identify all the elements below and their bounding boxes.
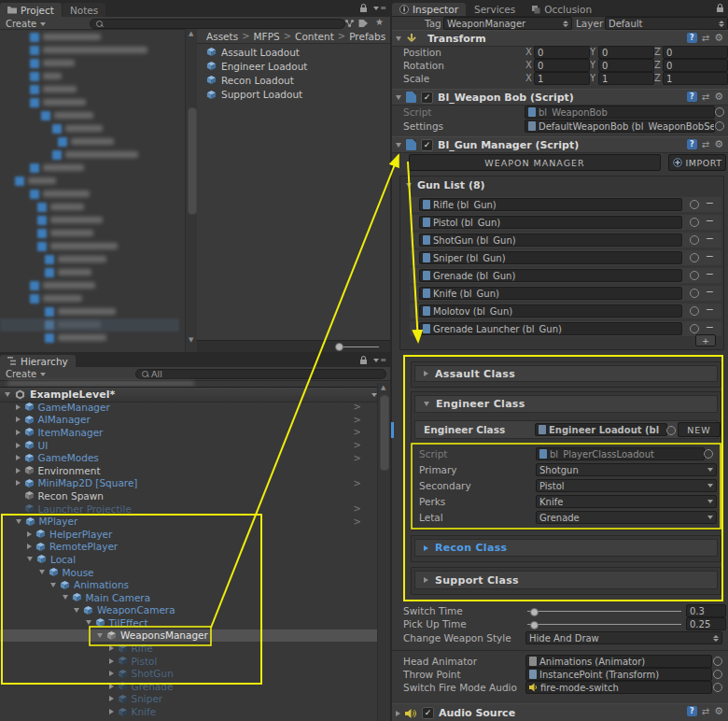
foldout-arrow[interactable]: [396, 95, 401, 100]
foldout-arrow[interactable]: [396, 143, 401, 148]
foldout-arrow[interactable]: [109, 671, 114, 676]
project-tree-row[interactable]: [0, 122, 185, 135]
enabled-checkbox[interactable]: ✓: [421, 139, 433, 151]
support-class-foldout[interactable]: Support Class: [414, 571, 718, 589]
object-picker-icon[interactable]: [713, 657, 722, 666]
secondary-dropdown[interactable]: Pistol: [536, 479, 717, 492]
remove-gun-button[interactable]: −: [706, 321, 714, 334]
prefab-chevron-icon[interactable]: >: [354, 453, 361, 463]
hierarchy-row[interactable]: HelperPlayer: [0, 528, 378, 541]
hierarchy-row[interactable]: Mouse: [0, 566, 378, 579]
project-tree-row[interactable]: [0, 253, 185, 266]
project-tree-row[interactable]: [0, 279, 185, 292]
tab-services[interactable]: Services: [467, 3, 523, 16]
foldout-arrow[interactable]: [39, 570, 45, 574]
project-tree-row[interactable]: [0, 83, 185, 96]
foldout-arrow[interactable]: [16, 468, 21, 474]
foldout-arrow[interactable]: [109, 658, 114, 664]
object-picker-icon[interactable]: [713, 683, 722, 692]
tab-inspector[interactable]: Inspector: [392, 3, 466, 16]
project-tree-row[interactable]: [0, 227, 185, 240]
foldout-arrow[interactable]: [27, 557, 33, 561]
hierarchy-row[interactable]: RemotePlayer: [0, 541, 378, 554]
gear-icon[interactable]: ⚙: [714, 92, 723, 102]
prefab-chevron-icon[interactable]: >: [354, 402, 361, 412]
foldout-arrow[interactable]: [424, 545, 428, 551]
object-picker-icon[interactable]: [715, 121, 724, 131]
settings-object-field[interactable]: DefaultWeaponBob (bl_WeaponBobSe: [525, 120, 715, 133]
script-object-field[interactable]: bl_WeaponBob: [525, 106, 715, 119]
project-tree-row[interactable]: [0, 175, 185, 188]
project-tree-row[interactable]: [0, 44, 185, 57]
hierarchy-row[interactable]: ShotGun: [0, 667, 378, 680]
object-picker-icon[interactable]: [713, 670, 722, 679]
hierarchy-row[interactable]: Local: [0, 553, 378, 566]
foldout-arrow[interactable]: [424, 402, 429, 406]
layer-dropdown[interactable]: Default: [605, 17, 728, 30]
hierarchy-row[interactable]: Launcher Projectile>: [0, 502, 378, 516]
hierarchy-row[interactable]: Knife: [0, 705, 378, 718]
slider-thumb[interactable]: [530, 608, 539, 616]
asset-item[interactable]: Support Loadout: [197, 88, 390, 102]
hierarchy-row[interactable]: MiniMap2D [Square]>: [0, 477, 378, 490]
gear-icon[interactable]: ⚙: [714, 706, 723, 716]
rotation-x-field[interactable]: 0: [534, 59, 590, 72]
prefab-chevron-icon[interactable]: >: [354, 516, 361, 527]
gun-object-field[interactable]: Sniper (bl_Gun): [419, 251, 682, 264]
fire-mode-audio-field[interactable]: fire-mode-switch: [525, 681, 712, 694]
project-tree-row[interactable]: [0, 70, 185, 83]
scrollbar-thumb[interactable]: [188, 107, 197, 215]
hierarchy-row[interactable]: Recon Spawn: [0, 489, 378, 502]
panel-menu-icon[interactable]: ≡: [373, 356, 386, 364]
throw-point-field[interactable]: InstancePoint (Transform): [525, 668, 712, 681]
create-button[interactable]: Create: [6, 19, 46, 29]
project-tree-row[interactable]: [0, 96, 185, 109]
foldout-arrow[interactable]: [16, 443, 21, 448]
foldout-arrow[interactable]: [27, 531, 32, 537]
foldout-arrow[interactable]: [396, 711, 400, 716]
project-tree-row[interactable]: [0, 31, 185, 44]
remove-gun-button[interactable]: −: [706, 268, 714, 281]
hierarchy-row[interactable]: Sniper: [0, 693, 378, 706]
gun-object-field[interactable]: Grenade Launcher (bl_Gun): [419, 322, 682, 335]
gun-object-field[interactable]: Rifle (bl_Gun): [419, 198, 682, 211]
foldout-arrow[interactable]: [16, 430, 21, 435]
object-picker-icon[interactable]: [666, 426, 676, 435]
foldout-arrow[interactable]: [109, 645, 114, 651]
prefab-chevron-icon[interactable]: >: [354, 503, 361, 514]
hierarchy-row[interactable]: GameManager>: [0, 401, 378, 414]
hierarchy-row[interactable]: GameModes>: [0, 451, 378, 464]
tag-dropdown[interactable]: WeaponManager: [443, 17, 572, 30]
slider-thumb[interactable]: [335, 343, 343, 351]
audio-source-header[interactable]: ✓ Audio Source ?⇄⚙: [392, 703, 728, 721]
engineer-loadout-field[interactable]: Engineer Loadout (bl: [535, 423, 667, 436]
foldout-arrow[interactable]: [406, 183, 412, 188]
change-weapon-style-dropdown[interactable]: Hide And Draw: [525, 631, 722, 644]
tab-occlusion[interactable]: Occlusion: [524, 3, 599, 16]
project-tree-row[interactable]: [0, 201, 185, 214]
help-icon[interactable]: ?: [687, 139, 697, 149]
gear-icon[interactable]: ⚙: [714, 33, 723, 43]
lock-icon[interactable]: [359, 355, 368, 365]
asset-item[interactable]: Assault Loadout: [197, 45, 390, 59]
loadout-script-field[interactable]: bl_PlayerClassLoadout: [536, 447, 705, 460]
engineer-class-foldout[interactable]: Engineer Class: [414, 395, 718, 413]
foldout-arrow[interactable]: [424, 577, 428, 583]
object-picker-icon[interactable]: [690, 324, 699, 333]
tab-project[interactable]: Project: [0, 3, 62, 17]
scroll-up-icon[interactable]: ▲: [381, 384, 385, 391]
help-icon[interactable]: ?: [687, 33, 697, 43]
foldout-arrow[interactable]: [5, 392, 10, 397]
project-tree-row[interactable]: [0, 214, 185, 227]
import-button[interactable]: IMPORT: [668, 154, 726, 171]
asset-item[interactable]: Engineer Loadout: [197, 59, 390, 73]
foldout-arrow[interactable]: [63, 595, 68, 600]
rotation-z-field[interactable]: 0: [663, 59, 728, 72]
position-z-field[interactable]: 0: [663, 46, 728, 59]
remove-gun-button[interactable]: −: [706, 304, 714, 317]
scale-z-field[interactable]: 1: [663, 72, 728, 85]
foldout-arrow[interactable]: [74, 608, 79, 613]
gear-icon[interactable]: ⚙: [714, 139, 723, 149]
search-by-type-icon[interactable]: [344, 19, 355, 28]
object-picker-icon[interactable]: [690, 271, 699, 280]
